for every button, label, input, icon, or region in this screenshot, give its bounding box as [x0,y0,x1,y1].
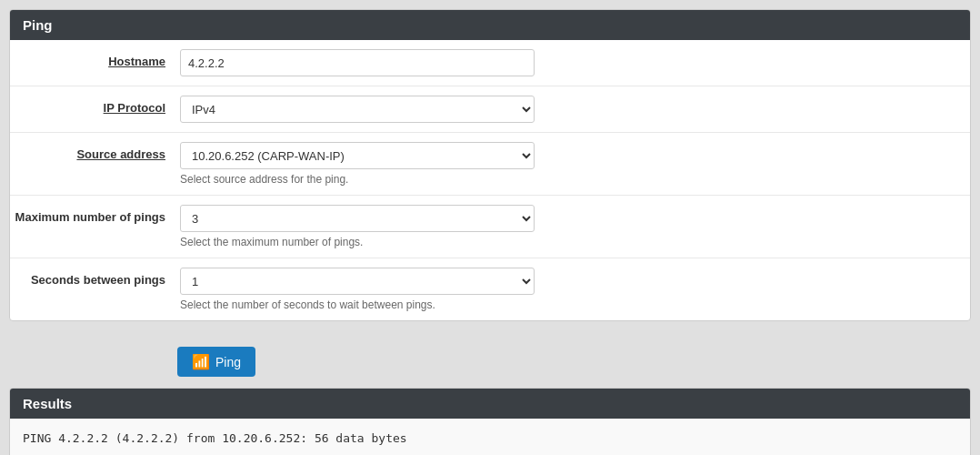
ping-panel: Ping Hostname IP Protocol IPv4 IPv6 Sour… [9,9,971,321]
hostname-input[interactable] [180,49,535,76]
max-pings-label: Maximum number of pings [10,205,178,224]
source-address-select[interactable]: 10.20.6.252 (CARP-WAN-IP) [180,142,535,169]
seconds-between-select[interactable]: 1 2 3 4 5 [180,268,535,295]
results-panel-title: Results [10,389,970,419]
source-address-control-group: 10.20.6.252 (CARP-WAN-IP) Select source … [178,142,970,186]
ip-protocol-row: IP Protocol IPv4 IPv6 [10,86,970,133]
hostname-label: Hostname [10,49,178,68]
results-spacer [23,449,957,455]
wifi-icon: 📶 [192,353,210,370]
results-line1: PING 4.2.2.2 (4.2.2.2) from 10.20.6.252:… [23,430,957,449]
max-pings-row: Maximum number of pings 1 2 3 4 5 Select… [10,196,970,258]
seconds-between-help: Select the number of seconds to wait bet… [180,298,970,311]
max-pings-control-group: 1 2 3 4 5 Select the maximum number of p… [178,205,970,248]
ip-protocol-select[interactable]: IPv4 IPv6 [180,96,535,123]
hostname-control-group [178,49,970,76]
max-pings-help: Select the maximum number of pings. [180,236,970,248]
source-address-label: Source address [10,142,178,161]
ping-button-label: Ping [215,355,241,369]
source-address-row: Source address 10.20.6.252 (CARP-WAN-IP)… [10,133,970,196]
hostname-row: Hostname [10,40,970,86]
source-address-help: Select source address for the ping. [180,173,970,186]
ping-button[interactable]: 📶 Ping [177,347,255,377]
ping-panel-title: Ping [10,10,970,40]
ping-panel-body: Hostname IP Protocol IPv4 IPv6 Source ad… [10,40,970,320]
results-panel: Results PING 4.2.2.2 (4.2.2.2) from 10.2… [9,388,971,455]
max-pings-select[interactable]: 1 2 3 4 5 [180,205,535,232]
seconds-between-row: Seconds between pings 1 2 3 4 5 Select t… [10,258,970,320]
results-body: PING 4.2.2.2 (4.2.2.2) from 10.20.6.252:… [10,419,970,455]
seconds-between-label: Seconds between pings [10,268,178,287]
ip-protocol-label: IP Protocol [10,96,178,115]
seconds-between-control-group: 1 2 3 4 5 Select the number of seconds t… [178,268,970,311]
ip-protocol-control-group: IPv4 IPv6 [178,96,970,123]
